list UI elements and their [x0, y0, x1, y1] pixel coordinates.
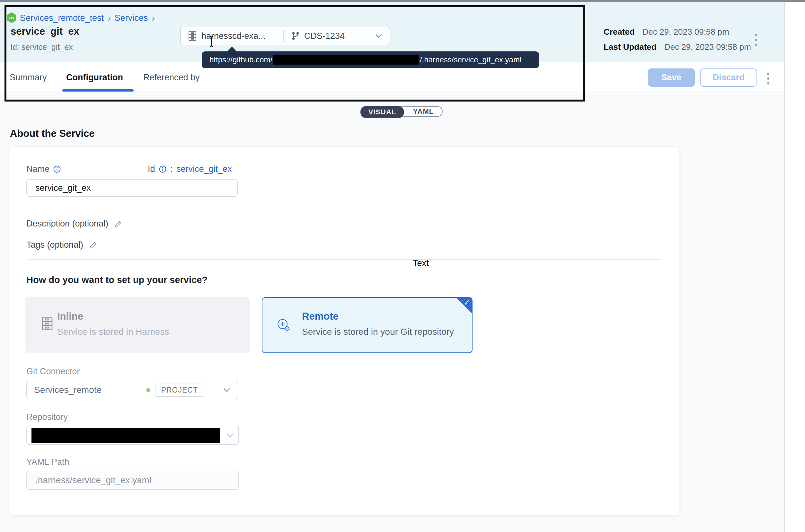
git-connector-label: Git Connector — [26, 366, 80, 377]
last-updated-value: Dec 29, 2023 09:58 pm — [664, 42, 751, 52]
repository-dropdown[interactable] — [26, 426, 239, 445]
header-overflow-menu[interactable] — [755, 34, 757, 46]
breadcrumb-separator: › — [108, 13, 111, 23]
name-label-row: Name — [26, 164, 61, 174]
breadcrumb-project-link[interactable]: Services_remote_test — [20, 13, 104, 23]
infinity-icon: ∞ — [9, 14, 14, 21]
git-connector-dropdown[interactable]: Services_remote PROJECT — [26, 381, 238, 399]
id-row: Id : service_git_ex — [148, 164, 232, 174]
tab-configuration[interactable]: Configuration — [66, 73, 123, 82]
tooltip-url-suffix: /.harness/service_git_ex.yaml — [420, 55, 521, 64]
actions-overflow-menu[interactable] — [767, 73, 769, 84]
toggle-visual[interactable]: VISUAL — [360, 106, 404, 118]
created-label: Created — [603, 27, 635, 37]
last-updated-label: Last Updated — [603, 42, 657, 52]
name-label: Name — [26, 164, 50, 174]
yaml-path-label: YAML Path — [26, 457, 70, 467]
inline-option-title: Inline — [57, 311, 83, 322]
yaml-url-tooltip: https://github.com/ /.harness/service_gi… — [202, 51, 539, 68]
remote-option-title: Remote — [302, 311, 339, 322]
check-icon: ✓ — [463, 298, 470, 307]
git-branch-icon — [291, 32, 300, 40]
save-button[interactable]: Save — [648, 69, 695, 87]
name-input[interactable] — [26, 179, 238, 197]
branch-segment[interactable]: CDS-1234 — [284, 31, 383, 41]
created-value: Dec 29, 2023 09:58 pm — [643, 27, 729, 37]
chevron-down-icon — [375, 33, 383, 39]
info-icon[interactable] — [53, 166, 61, 173]
tooltip-url-prefix: https://github.com/ — [209, 55, 272, 64]
inline-storage-icon — [41, 317, 53, 330]
branch-name: CDS-1234 — [304, 31, 345, 41]
git-connector-value: Services_remote — [34, 385, 101, 395]
tab-referenced-by[interactable]: Referenced by — [143, 73, 200, 82]
last-updated-row: Last Updated Dec 29, 2023 09:58 pm — [603, 42, 751, 52]
remote-option-subtitle: Service is stored in your Git repository — [302, 327, 454, 337]
chevron-down-icon — [226, 433, 234, 438]
id-label: Id — [148, 164, 155, 174]
edit-pencil-icon[interactable] — [114, 220, 122, 228]
service-detail-page: ∞ Services_remote_test › Services › serv… — [0, 0, 805, 532]
ibeam-cursor — [209, 36, 214, 47]
repository-label: Repository — [26, 412, 68, 422]
toggle-yaml[interactable]: YAML — [405, 107, 442, 116]
inline-option-subtitle: Service is stored in Harness — [57, 327, 169, 337]
connector-status-dot — [146, 388, 150, 392]
breadcrumb-separator: › — [152, 13, 155, 23]
remote-storage-icon — [276, 318, 291, 332]
tab-summary[interactable]: Summary — [9, 73, 47, 82]
id-separator: : — [170, 164, 173, 174]
stray-text-label: Text — [413, 258, 429, 268]
inline-option-card[interactable]: Inline Service is stored in Harness — [25, 297, 250, 353]
service-config-card: Name Id : service_git_ex Description (op… — [9, 147, 679, 515]
tags-label: Tags (optional) — [26, 240, 83, 250]
repository-icon — [188, 31, 197, 41]
tags-row[interactable]: Tags (optional) — [26, 240, 97, 250]
chevron-down-icon — [223, 387, 231, 393]
info-icon[interactable] — [159, 166, 167, 173]
panel-right-edge — [784, 2, 785, 532]
description-label: Description (optional) — [26, 219, 108, 229]
repo-segment[interactable]: harnesscd-exa... — [188, 31, 283, 41]
remote-option-card[interactable]: ✓ Remote Service is stored in your Git r… — [262, 297, 473, 353]
breadcrumb: Services_remote_test › Services › — [20, 13, 155, 23]
breadcrumb-services-link[interactable]: Services — [115, 13, 148, 23]
yaml-path-input[interactable] — [26, 471, 239, 490]
redacted-repo-path — [273, 55, 419, 64]
setup-question: How do you want to set up your service? — [26, 275, 208, 285]
edit-pencil-icon[interactable] — [89, 241, 97, 249]
section-divider — [28, 259, 659, 260]
id-value[interactable]: service_git_ex — [176, 164, 232, 174]
discard-button[interactable]: Discard — [700, 69, 757, 87]
tooltip-caret — [227, 46, 237, 52]
created-row: Created Dec 29, 2023 09:58 pm — [603, 27, 729, 37]
connector-scope-badge: PROJECT — [155, 384, 204, 397]
visual-yaml-toggle: VISUAL YAML — [360, 106, 443, 117]
service-id-line: Id: service_git_ex — [10, 42, 73, 52]
page-title: service_git_ex — [11, 26, 79, 37]
description-row[interactable]: Description (optional) — [26, 219, 122, 229]
about-heading: About the Service — [10, 128, 95, 139]
redacted-repository-value — [32, 428, 220, 443]
active-tab-underline — [62, 89, 134, 92]
